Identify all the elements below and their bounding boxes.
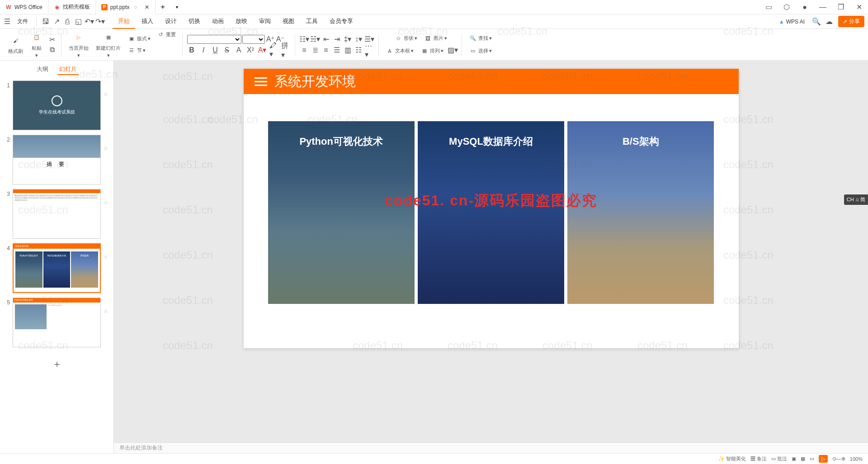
cut-icon[interactable]: ✂ [47, 35, 57, 44]
ime-indicator[interactable]: CH ♫ 简 [844, 194, 868, 205]
file-menu[interactable]: 文件 [14, 16, 31, 27]
font-family-select[interactable] [187, 35, 241, 44]
new-slide-button[interactable]: ▦新建幻灯片▾ [93, 29, 123, 60]
distribute-icon[interactable]: ☷ [354, 46, 363, 55]
star-icon[interactable]: ☆ [104, 135, 109, 152]
slide-thumbnail-3[interactable]: 项目研究的背景文本填充内容区域示例文字内容文本填充内容区域示例文字内容文本填充内… [13, 189, 101, 239]
format-painter-button[interactable]: 🖌格式刷 [5, 33, 26, 57]
view-reading-icon[interactable]: ▭ [810, 456, 814, 462]
fill-icon[interactable]: ▨▾ [448, 46, 457, 55]
slide-thumbnail-2[interactable]: 摘 要 [13, 135, 101, 185]
view-slideshow-icon[interactable]: ▷ [819, 455, 828, 463]
print-icon[interactable]: ⎙ [64, 18, 71, 25]
tab-transition[interactable]: 切换 [183, 14, 206, 29]
close-icon[interactable]: ✕ [144, 5, 150, 10]
shape-button[interactable]: ◇形状▾ [392, 33, 419, 44]
app-tab-document[interactable]: P ppt.pptx ○ ✕ [96, 0, 156, 14]
font-color-icon[interactable]: A▾ [258, 46, 267, 55]
select-button[interactable]: ▭选择▾ [467, 46, 494, 57]
save-icon[interactable]: 🖫 [42, 18, 49, 25]
star-icon[interactable]: ☆ [104, 80, 109, 97]
cube-icon[interactable]: ⬡ [778, 0, 796, 14]
arrange-button[interactable]: ▦排列▾ [418, 46, 445, 57]
underline-icon[interactable]: U [211, 46, 220, 55]
align-justify-icon[interactable]: ☰ [332, 46, 341, 55]
undo-icon[interactable]: ↶▾ [85, 18, 93, 25]
zoom-level[interactable]: 100% [850, 456, 863, 462]
thumbnail-list[interactable]: 1 学生在线考试系统 ☆ 2 摘 要 ☆ 3 [0, 79, 113, 453]
minimize-button[interactable]: — [814, 0, 832, 14]
reset-button[interactable]: ↺重置 [154, 29, 178, 40]
picture-button[interactable]: 🖼图片▾ [422, 33, 449, 44]
view-sorter-icon[interactable]: ▦ [801, 456, 805, 462]
star-icon[interactable]: ☆ [104, 298, 109, 314]
phonetic-icon[interactable]: 拼▾ [281, 46, 290, 55]
numbering-icon[interactable]: ☵▾ [311, 35, 320, 44]
more-para-icon[interactable]: ⋯▾ [365, 46, 374, 55]
user-icon[interactable]: ● [796, 0, 814, 14]
maximize-button[interactable]: ❐ [832, 0, 850, 14]
star-icon[interactable]: ☆ [104, 243, 109, 260]
app-tab-template[interactable]: ◉ 找稻壳模板 [48, 0, 96, 14]
indent-dec-icon[interactable]: ⇤ [321, 35, 330, 44]
wps-ai-button[interactable]: ▲ WPS AI [776, 17, 807, 27]
slide-thumbnail-4[interactable]: 系统开发环境 Python可视化技术 MySQL数据库介绍 B/S架构 [13, 243, 101, 293]
zoom-slider[interactable]: ⊙—⊕ [832, 456, 845, 462]
highlight-icon[interactable]: 🖍▾ [269, 46, 278, 55]
shadow-icon[interactable]: A [234, 46, 243, 55]
star-icon[interactable]: ☆ [104, 189, 109, 206]
align-right-icon[interactable]: ≡ [321, 46, 330, 55]
notes-bar[interactable]: 单击此处添加备注 [114, 442, 868, 453]
align-center-icon[interactable]: ≣ [311, 46, 320, 55]
layout-button[interactable]: ▣版式▾ [125, 33, 152, 44]
bullets-icon[interactable]: ☷▾ [300, 35, 309, 44]
tab-insert[interactable]: 插入 [136, 14, 159, 29]
tab-review[interactable]: 审阅 [254, 14, 276, 29]
start-from-current-button[interactable]: ▷当页开始▾ [66, 29, 91, 60]
italic-icon[interactable]: I [199, 46, 208, 55]
textbox-button[interactable]: A文本框▾ [383, 46, 415, 57]
tab-slideshow[interactable]: 放映 [230, 14, 253, 29]
tab-tools[interactable]: 工具 [301, 14, 323, 29]
close-button[interactable]: ✕ [850, 0, 868, 14]
preview-icon[interactable]: ◱ [75, 18, 82, 25]
app-tab-wps[interactable]: W WPS Office [0, 0, 48, 14]
cloud-icon[interactable]: ☁ [826, 18, 833, 25]
superscript-icon[interactable]: X² [246, 46, 255, 55]
tab-design[interactable]: 设计 [160, 14, 182, 29]
new-tab-button[interactable]: ＋ [156, 2, 170, 12]
text-direction-icon[interactable]: ↕▾ [354, 35, 363, 44]
columns-icon[interactable]: ▥ [343, 46, 352, 55]
search-icon[interactable]: 🔍 [813, 18, 820, 25]
indent-inc-icon[interactable]: ⇥ [332, 35, 341, 44]
line-spacing-icon[interactable]: ‡▾ [343, 35, 352, 44]
canvas-scroll[interactable]: 系统开发环境 Python可视化技术 MySQL数据库介绍 B/S架构 code… [114, 61, 868, 442]
bold-icon[interactable]: B [187, 46, 196, 55]
share-button[interactable]: ↗ 分享 [838, 16, 864, 27]
window-overflow-icon[interactable]: ▭ [760, 0, 778, 14]
notes-toggle[interactable]: ☰ 备注 [750, 455, 767, 462]
tab-dropdown-icon[interactable]: ▾ [170, 5, 184, 9]
link-icon[interactable]: ↗ [53, 18, 60, 25]
slide-thumbnail-1[interactable]: 学生在线考试系统 [13, 80, 101, 130]
tab-view[interactable]: 视图 [277, 14, 300, 29]
view-normal-icon[interactable]: ▣ [792, 456, 796, 462]
slide-thumbnail-5[interactable]: Python可视化技术 文本内容填充示例区域 [13, 298, 101, 347]
tab-menu-icon[interactable]: ○ [132, 4, 139, 10]
add-slide-button[interactable]: ＋ [4, 352, 110, 376]
tab-member[interactable]: 会员专享 [324, 14, 359, 29]
slides-tab[interactable]: 幻灯片 [57, 64, 79, 75]
align-left-icon[interactable]: ≡ [300, 46, 309, 55]
section-button[interactable]: ☰节▾ [125, 45, 152, 56]
redo-icon[interactable]: ↷▾ [96, 18, 104, 25]
strikethrough-icon[interactable]: S̶ [222, 46, 231, 55]
tab-home[interactable]: 开始 [113, 14, 135, 29]
font-size-select[interactable] [242, 35, 265, 44]
find-button[interactable]: 🔍查找▾ [467, 33, 494, 44]
slide-canvas[interactable]: 系统开发环境 Python可视化技术 MySQL数据库介绍 B/S架构 code… [244, 69, 739, 348]
paste-button[interactable]: 📋粘贴▾ [28, 29, 46, 60]
tab-animation[interactable]: 动画 [207, 14, 229, 29]
outline-tab[interactable]: 大纲 [35, 64, 50, 75]
hamburger-icon[interactable]: ☰ [4, 18, 11, 25]
comments-toggle[interactable]: ▭ 批注 [771, 455, 787, 462]
